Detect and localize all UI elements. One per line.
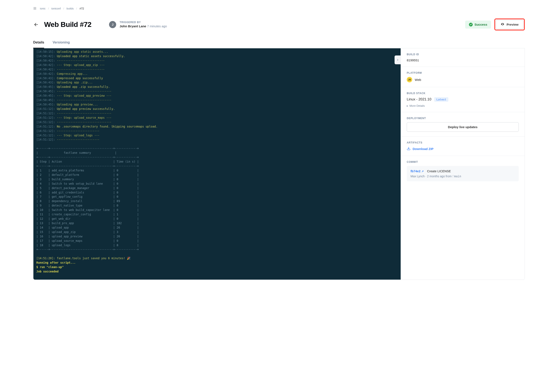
commit-card: fb74e2 ↗ Create LICENSE Max Lynch · 2 mo… xyxy=(407,166,519,181)
breadcrumb-section[interactable]: builds xyxy=(67,7,74,10)
expand-console-button[interactable] xyxy=(394,55,401,64)
commit-label: COMMIT xyxy=(407,160,519,164)
svg-rect-2 xyxy=(34,9,35,9)
build-sidebar: BUILD ID 8199551 PLATFORM JS Web BUILD S… xyxy=(401,48,525,280)
platform-label: PLATFORM xyxy=(407,71,519,74)
build-id-value: 8199551 xyxy=(407,58,519,62)
triggered-by-label: TRIGGERED BY xyxy=(120,21,167,24)
commit-author: Max Lynch xyxy=(410,174,425,178)
breadcrumb-org[interactable]: ionic xyxy=(40,7,46,10)
triggered-by: J TRIGGERED BY John Bryant Lane 7 minute… xyxy=(109,21,167,28)
download-zip-link[interactable]: Download ZIP xyxy=(407,147,519,151)
status-text: Success xyxy=(474,23,487,26)
avatar: J xyxy=(109,21,116,28)
breadcrumb-current: #72 xyxy=(79,7,84,10)
preview-button[interactable]: Preview xyxy=(496,20,523,29)
more-details-toggle[interactable]: ▸ More Details xyxy=(407,104,519,107)
commit-message: Create LICENSE xyxy=(427,169,451,173)
check-circle-icon xyxy=(469,23,473,26)
more-details-label: More Details xyxy=(410,104,425,107)
download-zip-label: Download ZIP xyxy=(413,147,433,151)
commit-branch[interactable]: ᚴmain xyxy=(452,174,461,178)
breadcrumb: ionic / ioniconf / builds / #72 xyxy=(33,7,525,10)
tab-details[interactable]: Details xyxy=(33,41,44,48)
org-icon xyxy=(33,7,36,10)
commit-ago: 2 months ago from xyxy=(427,174,452,178)
triggered-by-value: John Bryant Lane 7 minutes ago xyxy=(120,24,167,28)
svg-rect-1 xyxy=(35,7,36,8)
build-stack-label: BUILD STACK xyxy=(407,92,519,95)
breadcrumb-project[interactable]: ioniconf xyxy=(51,7,61,10)
page-header: Web Build #72 J TRIGGERED BY John Bryant… xyxy=(33,18,525,30)
svg-point-5 xyxy=(502,24,503,25)
platform-value: Web xyxy=(415,78,421,81)
js-icon: JS xyxy=(407,77,412,82)
download-icon xyxy=(407,147,410,151)
breadcrumb-sep: / xyxy=(76,7,77,10)
commit-meta: Max Lynch · 2 months ago from ᚴmain xyxy=(410,174,515,178)
deploy-live-updates-button[interactable]: Deploy live updates xyxy=(407,122,519,132)
branch-name: main xyxy=(454,174,461,178)
build-log-console[interactable]: [14:50:15]: Uploading app static assets.… xyxy=(33,48,401,280)
preview-button-highlight: Preview xyxy=(494,18,525,30)
triggered-by-ago: 7 minutes ago xyxy=(147,24,167,28)
triggered-by-name: John Bryant Lane xyxy=(120,24,146,28)
tabs: Details Versioning xyxy=(33,41,525,48)
eye-icon xyxy=(501,22,505,27)
page-title: Web Build #72 xyxy=(44,20,91,29)
build-stack-value: Linux - 2021.10 xyxy=(407,97,431,102)
breadcrumb-sep: / xyxy=(63,7,64,10)
artifacts-label: ARTIFACTS xyxy=(407,141,519,144)
commit-hash-link[interactable]: fb74e2 ↗ xyxy=(410,169,424,173)
latest-badge: Latest xyxy=(434,97,448,102)
deployment-label: DEPLOYMENT xyxy=(407,117,519,120)
breadcrumb-sep: / xyxy=(48,7,49,10)
external-link-icon: ↗ xyxy=(421,170,424,173)
tab-versioning[interactable]: Versioning xyxy=(52,41,70,48)
status-badge: Success xyxy=(465,21,491,29)
back-button[interactable] xyxy=(33,22,39,27)
main-panel: [14:50:15]: Uploading app static assets.… xyxy=(33,48,525,280)
preview-label: Preview xyxy=(506,23,518,26)
commit-hash: fb74e2 xyxy=(410,169,421,173)
svg-rect-3 xyxy=(35,9,36,9)
svg-rect-0 xyxy=(34,7,35,8)
caret-right-icon: ▸ xyxy=(407,104,408,107)
build-id-label: BUILD ID xyxy=(407,53,519,56)
